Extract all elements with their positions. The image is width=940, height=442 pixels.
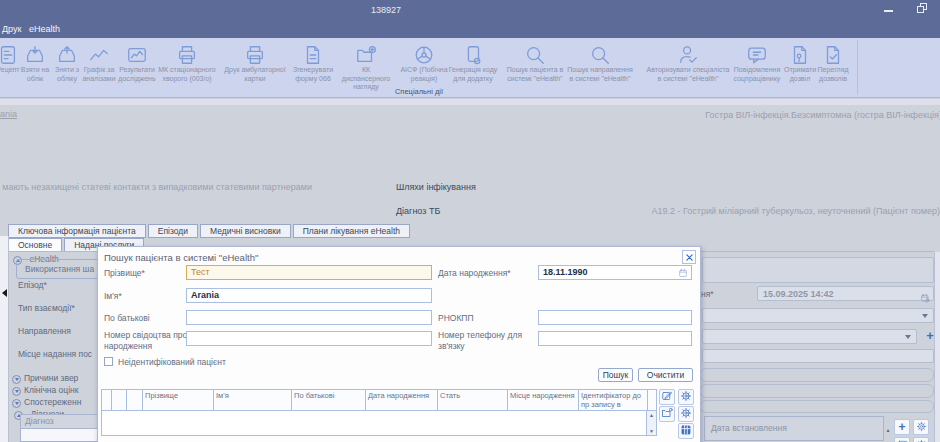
ribbon-item-7[interactable]: Друк амбулаторної картки (224, 41, 286, 83)
ribbon-group-label: Спеціальні дії (383, 87, 455, 96)
ribbon-item-label: МК стаціонарного хворого (003/о) (156, 66, 218, 83)
ribbon-item-16[interactable]: Отримати дозвіл (782, 41, 818, 83)
tab-primary-4[interactable]: Плани лікування eHealth (293, 224, 410, 238)
dropdown-field-2[interactable] (702, 329, 917, 344)
template-usage-label: Використання ша (25, 264, 94, 274)
risk-group-text: які мають незахищені статеві контакти з … (0, 182, 312, 192)
ribbon-item-label: АІСФ (Побічна реакція) (400, 66, 448, 83)
action-button-gear-icon[interactable] (678, 389, 694, 405)
close-button[interactable] (682, 250, 696, 264)
dropdown-field-1[interactable] (702, 308, 934, 323)
unidentified-patient-checkbox[interactable] (104, 357, 113, 366)
column-header-6[interactable]: По батькові (292, 390, 366, 410)
birth-cert-input[interactable] (186, 331, 432, 346)
birthdate-input[interactable]: 18.11.1990 (538, 265, 692, 280)
menu-ehealth[interactable]: eHealth (19, 20, 70, 38)
birth-cert-label-line2: народження (104, 341, 152, 351)
tb-diagnosis-label: Діагноз ТБ (396, 206, 440, 216)
splitter-collapse-arrow-icon[interactable] (2, 289, 7, 297)
restore-button[interactable] (917, 3, 929, 14)
ribbon-item-4[interactable]: Графік за аналізами (79, 41, 119, 83)
ribbon-item-17[interactable]: Перегляд дозволів (815, 41, 851, 83)
gear-icon (916, 436, 927, 442)
column-header-7[interactable]: Дата народження (366, 390, 438, 410)
ribbon-item-14[interactable]: Авторизувати спеціаліста в системі "eHea… (644, 41, 732, 83)
ribbon-item-label: Графік за аналізами (79, 66, 119, 83)
menubar: Друк eHealth (0, 20, 940, 38)
patient-name-link[interactable]: Arania (0, 109, 17, 119)
left-splitter-strip[interactable] (0, 236, 9, 442)
ribbon-item-11[interactable]: Генерація коду для додатку (447, 41, 499, 83)
results-table-header: ПрізвищеІм'яПо батьковіДата народженняСт… (101, 389, 657, 411)
calendar-clock-icon[interactable] (920, 289, 930, 307)
visit-datetime-field[interactable]: 15.09.2025 14:42 (757, 286, 934, 301)
tab-primary-2[interactable]: Епізоди (148, 224, 198, 238)
ribbon-item-5[interactable]: Результати досліджень (114, 41, 160, 83)
ribbon-item-8[interactable]: Згенерувати форму 066 (288, 41, 338, 83)
ribbon-item-2[interactable]: Взяти на облік (19, 41, 51, 83)
column-header-9[interactable]: Місце народження (508, 390, 579, 410)
printer-icon (224, 41, 286, 66)
window-badge: 138927 (362, 5, 410, 15)
left-field-label-4: Місце надання пос (18, 349, 92, 359)
ribbon-bottom-strip (0, 99, 940, 105)
minimize-button[interactable] (884, 4, 896, 14)
column-header-8[interactable]: Стать (438, 390, 508, 410)
column-header-2[interactable] (112, 390, 127, 410)
diagnosis-settings-button[interactable] (913, 419, 929, 435)
action-button-grid-icon[interactable] (678, 423, 694, 439)
diagnosis-settings-button-2[interactable] (913, 437, 929, 442)
tab-primary-3[interactable]: Медичні висновки (200, 224, 291, 238)
rnokpp-input[interactable] (538, 310, 692, 325)
firstname-label: Ім'я* (104, 291, 122, 301)
window-titlebar: 138927 (0, 0, 940, 20)
lastname-input[interactable]: Тест (186, 265, 432, 280)
gear-icon (916, 418, 927, 436)
column-header-3[interactable] (127, 390, 143, 410)
vertical-scrollbar[interactable] (934, 252, 940, 442)
header-spacer (648, 390, 656, 410)
date-established-column-header[interactable]: Дата встановлення (704, 416, 884, 441)
column-header-5[interactable]: Ім'я (214, 390, 292, 410)
action-button-gear-icon[interactable] (678, 406, 694, 422)
patronymic-input[interactable] (186, 310, 432, 325)
phone-input[interactable] (538, 331, 692, 346)
chevron-down-icon[interactable] (922, 314, 928, 318)
action-button-edit-icon[interactable] (659, 389, 675, 405)
left-field-label-2: Тип взаємодії* (18, 303, 75, 313)
scroll-up-icon[interactable]: ▲ (647, 412, 656, 418)
ribbon-item-15[interactable]: Повідомлення соцпрацівнику (729, 41, 785, 83)
firstname-input[interactable]: Arania (186, 288, 432, 303)
ribbon-item-12[interactable]: Пошук пацієнта в системі "eHealth" (503, 41, 567, 83)
scroll-up-icon[interactable]: ▲ (884, 427, 892, 433)
search-icon (567, 41, 633, 66)
ribbon-item-10[interactable]: АІСФ (Побічна реакція) (400, 41, 448, 83)
table-row[interactable] (102, 411, 646, 435)
ribbon-item-13[interactable]: Пошук направлення в системі "eHealth" (567, 41, 633, 83)
column-header-1[interactable] (102, 390, 112, 410)
column-header-4[interactable]: Прізвище (143, 390, 214, 410)
chevron-down-icon[interactable] (905, 335, 911, 339)
ribbon-toolbar: РецептВзяти на облікЗняти з облікуГрафік… (0, 38, 940, 98)
restore-icon (917, 3, 927, 13)
tab-primary-1[interactable]: Ключова інформація пацієнта (8, 224, 146, 238)
search-button[interactable]: Пошук (598, 368, 633, 382)
left-field-label-1: Епізод* (18, 280, 47, 290)
ribbon-item-label: Пошук направлення в системі "eHealth" (567, 66, 633, 83)
add-diagnosis-button[interactable]: + (894, 419, 910, 435)
calendar-icon[interactable] (678, 268, 688, 280)
ribbon-item-6[interactable]: МК стаціонарного хворого (003/о) (156, 41, 218, 83)
clear-button[interactable]: Очистити (638, 368, 693, 382)
ribbon-item-label: Повідомлення соцпрацівнику (729, 66, 785, 83)
wheel-icon (400, 41, 448, 66)
action-button-folder-badge-icon[interactable] (659, 406, 675, 422)
gear-icon (680, 388, 692, 406)
edit-diagnosis-button[interactable] (894, 437, 910, 442)
table-scrollbar[interactable]: ▲▼ (646, 411, 656, 435)
template-field[interactable] (702, 257, 934, 283)
column-header-10[interactable]: Ідентифікатор до пр запису в системі «еН (579, 390, 648, 410)
lastname-label: Прізвище* (104, 268, 145, 278)
scroll-down-icon[interactable]: ▼ (647, 428, 656, 434)
text-field[interactable] (702, 349, 934, 363)
ribbon-item-9[interactable]: КК диспансерного нагляду (338, 41, 394, 92)
